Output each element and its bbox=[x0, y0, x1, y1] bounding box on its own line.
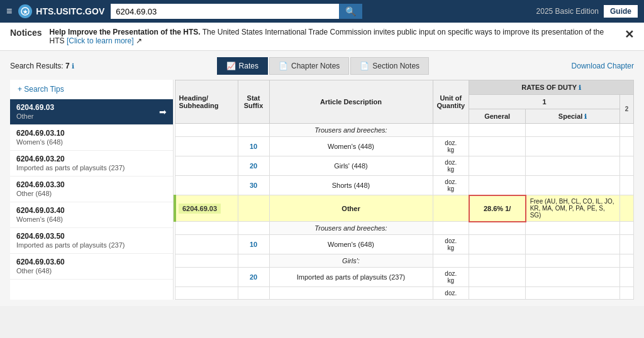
sidebar-item-4[interactable]: 6204.69.03.40 Women's (648) bbox=[10, 202, 173, 228]
col-rates-header: RATES OF DUTY ℹ bbox=[469, 80, 634, 95]
table-row-partial: doz. bbox=[175, 287, 634, 300]
table-row-highlight: 6204.69.03 Other 28.6% 1/ Free (AU, BH, … bbox=[175, 195, 634, 222]
col-general: General bbox=[469, 109, 526, 124]
uoq-3: doz.kg bbox=[433, 176, 469, 195]
sidebar-item-desc-6: Other (648) bbox=[16, 267, 52, 275]
sidebar-item-5[interactable]: 6204.69.03.50 Imported as parts of plays… bbox=[10, 228, 173, 254]
download-chapter-link[interactable]: Download Chapter bbox=[572, 62, 634, 70]
notice-bar: Notices Help Improve the Presentation of… bbox=[0, 23, 644, 51]
stat-link-10[interactable]: 10 bbox=[238, 137, 269, 156]
notice-link[interactable]: [Click to learn more] bbox=[67, 36, 134, 45]
col-uoq: Unit of Quantity bbox=[433, 80, 469, 124]
desc-womens-648: Women's (648) bbox=[269, 235, 433, 254]
sidebar-item-code-1: 6204.69.03.10 bbox=[16, 129, 167, 138]
sidebar-item-code-6: 6204.69.03.60 bbox=[16, 258, 167, 266]
highlight-code: 6204.69.03 bbox=[179, 204, 221, 214]
uoq-2: doz.kg bbox=[433, 156, 469, 176]
table-row-section-3: Girls': bbox=[175, 254, 634, 268]
stat-link-10b[interactable]: 10 bbox=[238, 235, 269, 254]
stat-link-20b[interactable]: 20 bbox=[238, 268, 269, 287]
sidebar-item-0[interactable]: 6204.69.03 Other ➡ bbox=[10, 99, 173, 125]
section-header-1: Trousers and breeches: bbox=[269, 124, 433, 137]
app-logo: ★ HTS.USITC.GOV bbox=[18, 4, 104, 18]
sidebar-item-desc-2: Imported as parts of playsuits (237) bbox=[16, 164, 125, 172]
stat-link-20[interactable]: 20 bbox=[238, 156, 269, 176]
tab-section-notes-label: Section Notes bbox=[372, 62, 419, 70]
guide-button[interactable]: Guide bbox=[604, 5, 638, 18]
notice-label: Notices bbox=[10, 28, 42, 38]
svg-text:★: ★ bbox=[23, 9, 28, 15]
tab-bar: 📈 Rates 📄 Chapter Notes 📄 Section Notes bbox=[217, 57, 429, 75]
search-button[interactable]: 🔍 bbox=[339, 4, 362, 19]
logo-text: HTS.USITC.GOV bbox=[36, 6, 104, 16]
table-row-4: 10 Women's (648) doz.kg bbox=[175, 235, 634, 254]
tab-rates[interactable]: 📈 Rates bbox=[217, 57, 268, 75]
app-header: ≡ ★ HTS.USITC.GOV 🔍 2025 Basic Edition G… bbox=[0, 0, 644, 23]
tab-chapter-notes-icon: 📄 bbox=[279, 62, 288, 70]
special-info-icon[interactable]: ℹ bbox=[584, 113, 587, 120]
section-header-3: Girls': bbox=[269, 254, 433, 268]
rates-table-wrap: Heading/ Subheading Stat Suffix Article … bbox=[174, 80, 634, 300]
sidebar-item-1[interactable]: 6204.69.03.10 Women's (648) bbox=[10, 125, 173, 151]
logo-icon: ★ bbox=[21, 7, 30, 16]
tab-chapter-notes-label: Chapter Notes bbox=[291, 62, 340, 70]
uoq-4: doz.kg bbox=[433, 235, 469, 254]
col-2: 2 bbox=[620, 95, 634, 124]
uoq-partial: doz. bbox=[433, 287, 469, 300]
sidebar-item-2[interactable]: 6204.69.03.20 Imported as parts of plays… bbox=[10, 151, 173, 177]
desc-playsuits-237: Imported as parts of playsuits (237) bbox=[269, 268, 433, 287]
sidebar-item-code-2: 6204.69.03.20 bbox=[16, 155, 167, 163]
col-stat: Stat Suffix bbox=[238, 80, 269, 124]
sidebar-item-6[interactable]: 6204.69.03.60 Other (648) bbox=[10, 254, 173, 280]
sidebar-item-desc-3: Other (648) bbox=[16, 190, 52, 197]
logo-circle: ★ bbox=[18, 4, 32, 18]
edition-label: 2025 Basic Edition bbox=[536, 7, 599, 16]
content-area: + Search Tips 6204.69.03 Other ➡ 6204.69… bbox=[10, 80, 634, 300]
search-bar: 🔍 bbox=[111, 4, 362, 19]
sidebar-arrow-0: ➡ bbox=[159, 107, 167, 117]
table-row-3: 30 Shorts (448) doz.kg bbox=[175, 176, 634, 195]
table-row-1: 10 Women's (448) doz.kg bbox=[175, 137, 634, 156]
notice-text: Help Improve the Presentation of the HTS… bbox=[50, 28, 617, 45]
sidebar: + Search Tips 6204.69.03 Other ➡ 6204.69… bbox=[10, 80, 174, 300]
col-heading: Heading/ Subheading bbox=[175, 80, 238, 124]
search-results-count: 7 bbox=[65, 62, 70, 70]
col-special: Special ℹ bbox=[526, 109, 620, 124]
desc-womens-448: Women's (448) bbox=[269, 137, 433, 156]
uoq-1: doz.kg bbox=[433, 137, 469, 156]
stat-link-30[interactable]: 30 bbox=[238, 176, 269, 195]
col-article: Article Description bbox=[269, 80, 433, 124]
search-tips-toggle[interactable]: + Search Tips bbox=[10, 80, 173, 99]
tab-rates-icon: 📈 bbox=[226, 62, 236, 70]
notice-close-button[interactable]: ✕ bbox=[625, 28, 634, 41]
col-1: 1 bbox=[469, 95, 620, 109]
special-rate: Free (AU, BH, CL, CO, IL, JO, KR, MA, OM… bbox=[526, 195, 620, 222]
desc-shorts-448: Shorts (448) bbox=[269, 176, 433, 195]
tab-chapter-notes[interactable]: 📄 Chapter Notes bbox=[269, 57, 349, 75]
table-row-section-1: Trousers and breeches: bbox=[175, 124, 634, 137]
sidebar-item-code-0: 6204.69.03 bbox=[16, 103, 54, 112]
menu-icon[interactable]: ≡ bbox=[6, 6, 12, 17]
search-results: Search Results: 7 ℹ bbox=[10, 62, 74, 70]
sidebar-item-code-4: 6204.69.03.40 bbox=[16, 206, 167, 215]
sidebar-item-desc-5: Imported as parts of playsuits (237) bbox=[16, 241, 125, 249]
header-right: 2025 Basic Edition Guide bbox=[536, 5, 638, 18]
sidebar-item-3[interactable]: 6204.69.03.30 Other (648) bbox=[10, 177, 173, 202]
sidebar-item-code-5: 6204.69.03.50 bbox=[16, 232, 167, 241]
table-row-2: 20 Girls' (448) doz.kg bbox=[175, 156, 634, 176]
desc-girls-448: Girls' (448) bbox=[269, 156, 433, 176]
sidebar-item-code-3: 6204.69.03.30 bbox=[16, 180, 167, 189]
rates-table: Heading/ Subheading Stat Suffix Article … bbox=[174, 80, 634, 300]
top-bar: Search Results: 7 ℹ 📈 Rates 📄 Chapter No… bbox=[10, 57, 634, 75]
notice-bold: Help Improve the Presentation of the HTS… bbox=[50, 28, 201, 36]
table-row-5: 20 Imported as parts of playsuits (237) … bbox=[175, 268, 634, 287]
tab-section-notes[interactable]: 📄 Section Notes bbox=[350, 57, 429, 75]
main-content: Search Results: 7 ℹ 📈 Rates 📄 Chapter No… bbox=[0, 51, 644, 306]
info-icon[interactable]: ℹ bbox=[72, 62, 74, 70]
sidebar-item-desc-0: Other bbox=[16, 112, 34, 120]
rates-info-icon[interactable]: ℹ bbox=[579, 84, 581, 91]
table-row-section-2: Trousers and breeches: bbox=[175, 222, 634, 235]
sidebar-item-desc-1: Women's (648) bbox=[16, 138, 63, 146]
search-input[interactable] bbox=[111, 4, 339, 19]
tab-section-notes-icon: 📄 bbox=[360, 62, 369, 70]
